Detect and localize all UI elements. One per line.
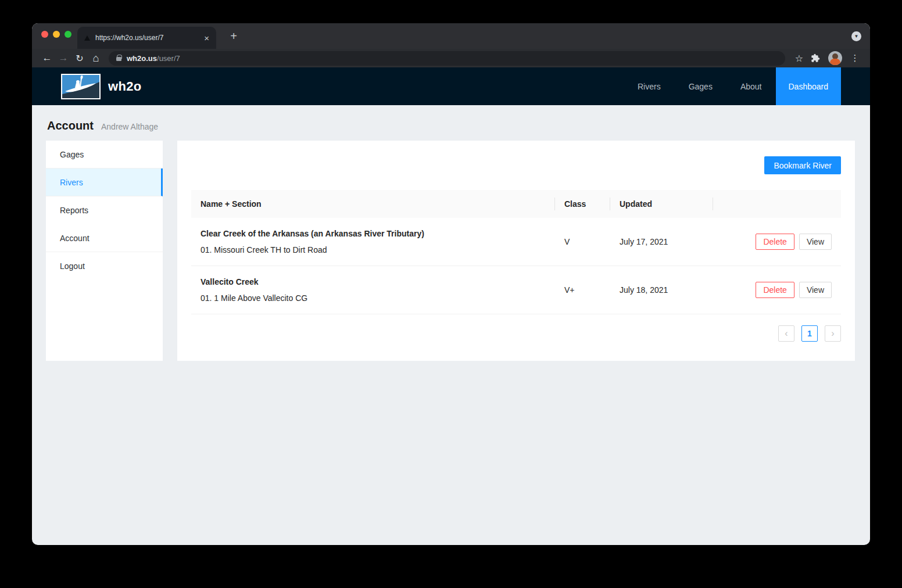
url-domain: wh2o.us <box>127 54 157 63</box>
bookmark-river-button[interactable]: Bookmark River <box>764 156 841 174</box>
browser-tab-strip: https://wh2o.us/user/7 × + ▼ <box>32 23 870 49</box>
river-updated-cell: July 17, 2021 <box>610 237 713 246</box>
site-navbar: wh2o Rivers Gages About Dashboard <box>32 67 870 105</box>
river-name: Vallecito Creek <box>201 275 546 288</box>
browser-toolbar: ← → ↻ ⌂ wh2o.us/user/7 ☆ ⋮ <box>32 49 870 67</box>
page-subtitle: Andrew Althage <box>101 122 158 131</box>
table-row: Vallecito Creek 01. 1 Mile Above Valleci… <box>191 266 841 314</box>
nav-item-dashboard[interactable]: Dashboard <box>776 67 842 105</box>
browser-window: https://wh2o.us/user/7 × + ▼ ← → ↻ ⌂ wh2… <box>32 23 870 545</box>
sidebar-item-gages[interactable]: Gages <box>46 141 163 168</box>
page-content: Gages Rivers Reports Account Logout Book… <box>32 141 870 361</box>
river-actions-cell: Delete View <box>713 282 841 298</box>
tab-close-icon[interactable]: × <box>204 34 209 42</box>
profile-avatar[interactable] <box>828 51 842 65</box>
river-actions-cell: Delete View <box>713 234 841 250</box>
extensions-icon[interactable] <box>807 50 824 66</box>
url-text: wh2o.us/user/7 <box>127 53 180 63</box>
nav-item-about[interactable]: About <box>726 67 776 105</box>
window-controls <box>41 31 71 38</box>
url-path: /user/7 <box>157 54 180 63</box>
nav-item-gages[interactable]: Gages <box>675 67 726 105</box>
sidebar-item-account[interactable]: Account <box>46 224 163 252</box>
url-bar[interactable]: wh2o.us/user/7 <box>109 51 785 66</box>
forward-icon[interactable]: → <box>55 50 71 66</box>
lock-icon <box>116 57 121 61</box>
table-header-row: Name + Section Class Updated <box>191 190 841 218</box>
delete-button[interactable]: Delete <box>756 282 794 298</box>
browser-menu-icon[interactable]: ⋮ <box>847 50 863 66</box>
brand-title[interactable]: wh2o <box>108 79 141 94</box>
pagination-prev-icon[interactable]: ‹ <box>778 325 794 342</box>
back-icon[interactable]: ← <box>39 50 55 66</box>
desktop-background: https://wh2o.us/user/7 × + ▼ ← → ↻ ⌂ wh2… <box>0 0 902 588</box>
river-section: 01. Missouri Creek TH to Dirt Road <box>201 243 546 256</box>
nav-links: Rivers Gages About Dashboard <box>624 67 841 105</box>
sidebar-item-rivers[interactable]: Rivers <box>46 168 163 196</box>
page-body: Account Andrew Althage Gages Rivers Repo… <box>32 105 870 361</box>
nav-item-rivers[interactable]: Rivers <box>624 67 675 105</box>
site-favicon-icon <box>84 35 90 41</box>
pagination: ‹ 1 › <box>191 325 841 342</box>
column-header-actions <box>713 190 841 218</box>
river-name-section-cell: Clear Creek of the Arkansas (an Arkansas… <box>191 227 555 256</box>
rivers-table: Name + Section Class Updated Clear Creek… <box>191 190 841 314</box>
column-header-name-section: Name + Section <box>191 190 555 218</box>
river-name: Clear Creek of the Arkansas (an Arkansas… <box>201 227 546 240</box>
bookmark-star-icon[interactable]: ☆ <box>791 50 807 66</box>
page-title: Account <box>47 119 94 132</box>
zoom-window-button[interactable] <box>65 31 71 38</box>
close-window-button[interactable] <box>41 31 48 38</box>
view-button[interactable]: View <box>799 234 832 250</box>
column-header-class: Class <box>555 190 610 218</box>
new-tab-button[interactable]: + <box>226 28 241 44</box>
delete-button[interactable]: Delete <box>756 234 794 250</box>
river-section: 01. 1 Mile Above Vallecito CG <box>201 292 546 304</box>
minimize-window-button[interactable] <box>53 31 60 38</box>
card-toolbar: Bookmark River <box>191 141 841 174</box>
avatar-body <box>830 59 840 65</box>
wh2o-logo[interactable] <box>61 74 101 99</box>
sidebar-item-reports[interactable]: Reports <box>46 196 163 224</box>
river-name-section-cell: Vallecito Creek 01. 1 Mile Above Valleci… <box>191 275 555 304</box>
river-updated-cell: July 18, 2021 <box>610 285 713 295</box>
tab-search-button[interactable]: ▼ <box>851 31 861 41</box>
view-button[interactable]: View <box>799 282 832 298</box>
rivers-card: Bookmark River Name + Section Class Upda… <box>177 141 855 361</box>
river-class-cell: V <box>555 237 610 246</box>
reload-icon[interactable]: ↻ <box>71 50 88 66</box>
sidebar-item-logout[interactable]: Logout <box>46 252 163 280</box>
tab-title: https://wh2o.us/user/7 <box>95 34 199 42</box>
browser-tab[interactable]: https://wh2o.us/user/7 × <box>77 27 216 49</box>
home-icon[interactable]: ⌂ <box>88 50 104 66</box>
pagination-page-1[interactable]: 1 <box>801 325 818 342</box>
pagination-next-icon[interactable]: › <box>825 325 841 342</box>
river-class-cell: V+ <box>555 285 610 295</box>
sidebar-menu: Gages Rivers Reports Account Logout <box>46 141 163 361</box>
table-row: Clear Creek of the Arkansas (an Arkansas… <box>191 218 841 266</box>
page-header: Account Andrew Althage <box>32 105 870 132</box>
column-header-updated: Updated <box>610 190 713 218</box>
